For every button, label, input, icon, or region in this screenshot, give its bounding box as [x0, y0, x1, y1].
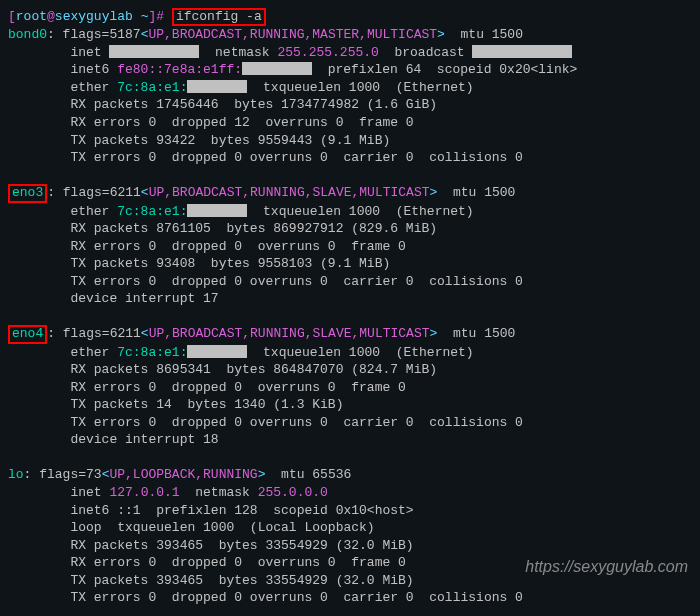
- flags: UP,BROADCAST,RUNNING,SLAVE,MULTICAST: [149, 326, 430, 341]
- eno3-ether: ether 7c:8a:e1: txqueuelen 1000 (Etherne…: [8, 203, 692, 221]
- lo-loop: loop txqueuelen 1000 (Local Loopback): [8, 519, 692, 537]
- user: root: [16, 9, 47, 24]
- watermark: https://sexyguylab.com: [525, 556, 688, 578]
- eno3-rxe: RX errors 0 dropped 0 overruns 0 frame 0: [8, 238, 692, 256]
- redacted-mac: [187, 80, 247, 93]
- terminal-output: [root@sexyguylab ~]# ifconfig -a bond0: …: [8, 8, 692, 607]
- eno3-txp: TX packets 93408 bytes 9558103 (9.1 MiB): [8, 255, 692, 273]
- eno4-header: eno4: flags=6211<UP,BROADCAST,RUNNING,SL…: [8, 325, 692, 343]
- command: ifconfig -a: [176, 9, 262, 24]
- eno4-irq: device interrupt 18: [8, 431, 692, 449]
- eno4-rxe: RX errors 0 dropped 0 overruns 0 frame 0: [8, 379, 692, 397]
- eno4-txe: TX errors 0 dropped 0 overruns 0 carrier…: [8, 414, 692, 432]
- lo-rxp: RX packets 393465 bytes 33554929 (32.0 M…: [8, 537, 692, 555]
- bond0-header: bond0: flags=5187<UP,BROADCAST,RUNNING,M…: [8, 26, 692, 44]
- flags: UP,BROADCAST,RUNNING,SLAVE,MULTICAST: [149, 185, 430, 200]
- prompt-line[interactable]: [root@sexyguylab ~]# ifconfig -a: [8, 8, 692, 26]
- bond0-txp: TX packets 93422 bytes 9559443 (9.1 MiB): [8, 132, 692, 150]
- iface-name: bond0: [8, 27, 47, 42]
- inet6: fe80::7e8a:e1ff:: [117, 62, 242, 77]
- bracket: [: [8, 9, 16, 24]
- hash: #: [156, 9, 172, 24]
- bond0-txe: TX errors 0 dropped 0 overruns 0 carrier…: [8, 149, 692, 167]
- lo-inet6: inet6 ::1 prefixlen 128 scopeid 0x10<hos…: [8, 502, 692, 520]
- lo-header: lo: flags=73<UP,LOOPBACK,RUNNING> mtu 65…: [8, 466, 692, 484]
- bond0-inet: inet netmask 255.255.255.0 broadcast: [8, 44, 692, 62]
- redacted-mac: [187, 345, 247, 358]
- iface-highlight: eno3: [8, 184, 47, 202]
- iface-highlight: eno4: [8, 325, 47, 343]
- iface-name: eno3: [12, 185, 43, 200]
- redacted-inet6: [242, 62, 312, 75]
- eno4-txp: TX packets 14 bytes 1340 (1.3 KiB): [8, 396, 692, 414]
- eno3-txe: TX errors 0 dropped 0 overruns 0 carrier…: [8, 273, 692, 291]
- flags: UP,LOOPBACK,RUNNING: [109, 467, 257, 482]
- path: ~: [133, 9, 149, 24]
- at: @: [47, 9, 55, 24]
- netmask: 255.0.0.0: [258, 485, 328, 500]
- lo-txe: TX errors 0 dropped 0 overruns 0 carrier…: [8, 589, 692, 607]
- redacted-bcast: [472, 45, 572, 58]
- iface-name: lo: [8, 467, 24, 482]
- flags: UP,BROADCAST,RUNNING,MASTER,MULTICAST: [148, 27, 437, 42]
- hostname: sexyguylab: [55, 9, 133, 24]
- eno3-header: eno3: flags=6211<UP,BROADCAST,RUNNING,SL…: [8, 184, 692, 202]
- redacted-ip: [109, 45, 199, 58]
- gt: >: [437, 27, 445, 42]
- bond0-inet6: inet6 fe80::7e8a:e1ff: prefixlen 64 scop…: [8, 61, 692, 79]
- inet: 127.0.0.1: [109, 485, 179, 500]
- mac: 7c:8a:e1:: [117, 204, 187, 219]
- command-highlight: ifconfig -a: [172, 8, 266, 26]
- mac: 7c:8a:e1:: [117, 345, 187, 360]
- eno4-ether: ether 7c:8a:e1: txqueuelen 1000 (Etherne…: [8, 344, 692, 362]
- redacted-mac: [187, 204, 247, 217]
- lo-inet: inet 127.0.0.1 netmask 255.0.0.0: [8, 484, 692, 502]
- iface-name: eno4: [12, 326, 43, 341]
- bond0-rxp: RX packets 17456446 bytes 1734774982 (1.…: [8, 96, 692, 114]
- eno3-irq: device interrupt 17: [8, 290, 692, 308]
- netmask: 255.255.255.0: [277, 45, 378, 60]
- bond0-rxe: RX errors 0 dropped 12 overruns 0 frame …: [8, 114, 692, 132]
- bond0-ether: ether 7c:8a:e1: txqueuelen 1000 (Etherne…: [8, 79, 692, 97]
- eno3-rxp: RX packets 8761105 bytes 869927912 (829.…: [8, 220, 692, 238]
- mac: 7c:8a:e1:: [117, 80, 187, 95]
- eno4-rxp: RX packets 8695341 bytes 864847070 (824.…: [8, 361, 692, 379]
